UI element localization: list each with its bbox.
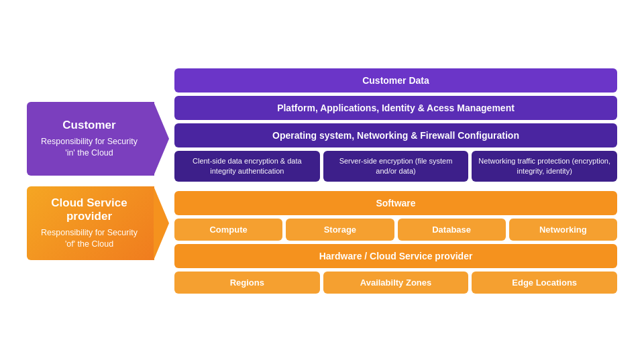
diagram-container: Customer Responsibility for Security 'in… [13,55,631,308]
availability-zones-block: Availabilty Zones [323,272,469,294]
customer-box: Customer Responsibility for Security 'in… [27,102,154,176]
divider [174,185,617,188]
regions-block: Regions [174,272,320,294]
provider-title: Cloud Service provider [36,196,142,223]
os-block: Operating system, Networking & Firewall … [174,123,617,147]
server-side-block: Server-side encryption (file system and/… [323,151,469,182]
left-panel: Customer Responsibility for Security 'in… [27,102,154,260]
networking-block: Networking [509,219,617,241]
edge-locations-block: Edge Locations [472,272,617,294]
services-row: Compute Storage Database Networking [174,219,617,241]
encryption-row: Clent-side data encryption & data integr… [174,151,617,182]
software-block: Software [174,191,617,215]
storage-block: Storage [286,219,394,241]
customer-data-block: Customer Data [174,68,617,93]
regions-row: Regions Availabilty Zones Edge Locations [174,272,617,294]
customer-title: Customer [62,119,115,132]
networking-traffic-block: Networking traffic protection (encryptio… [472,151,617,182]
customer-subtitle: Responsibility for Security 'in' the Clo… [36,136,142,160]
client-side-block: Clent-side data encryption & data integr… [174,151,320,182]
provider-box: Cloud Service provider Responsibility fo… [27,186,154,260]
provider-subtitle: Responsibility for Security 'of' the Clo… [36,227,142,251]
hardware-block: Hardware / Cloud Service provider [174,244,617,268]
database-block: Database [398,219,506,241]
right-panel: Customer Data Platform, Applications, Id… [174,68,617,294]
compute-block: Compute [174,219,282,241]
platform-block: Platform, Applications, Identity & Acess… [174,96,617,120]
